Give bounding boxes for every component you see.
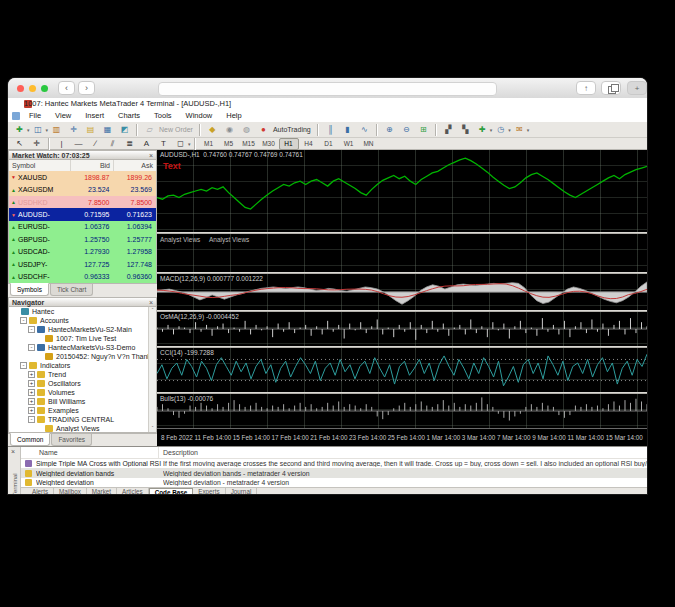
market-watch-row[interactable]: ▲USDCHF-0.963330.96360 [9, 271, 156, 283]
forward-button[interactable]: › [78, 81, 95, 95]
market-watch-icon[interactable]: ▥ [49, 123, 64, 137]
menu-view[interactable]: View [48, 110, 78, 122]
osma-subwindow[interactable]: OsMA(12,26,9) -0.0004452 [157, 312, 647, 346]
menu-tools[interactable]: Tools [147, 110, 179, 122]
tree-item[interactable]: -TRADING CENTRAL [9, 415, 156, 424]
crosshair-tool-icon[interactable]: ✛ [29, 137, 44, 151]
market-watch-row[interactable]: ▼AUDUSD-0.715950.71623 [9, 208, 156, 220]
menu-help[interactable]: Help [219, 110, 248, 122]
bar-chart-mode-icon[interactable]: ║ [323, 123, 338, 137]
timeframe-m1[interactable]: M1 [199, 138, 219, 150]
column-name[interactable]: Name [21, 447, 159, 458]
metaeditor-icon[interactable]: ◆ [205, 123, 220, 137]
terminal-row[interactable]: Weighted deviationWeighted deviation - m… [21, 478, 647, 487]
timeframe-h1[interactable]: H1 [279, 138, 299, 150]
address-bar[interactable] [158, 82, 497, 96]
collapse-icon[interactable]: - [28, 416, 35, 423]
templates-list-icon[interactable]: ✉ [512, 123, 527, 137]
market-watch-row[interactable]: ▲USDHKD7.85007.8500 [9, 196, 156, 208]
cursor-tool-icon[interactable]: ↖ [12, 137, 27, 151]
channel-tool-icon[interactable]: ⫽ [105, 137, 120, 151]
expand-icon[interactable]: + [28, 371, 35, 378]
indicators-list-icon[interactable]: ✚ [475, 123, 490, 137]
timeframe-m30[interactable]: M30 [259, 138, 279, 150]
timeframe-mn[interactable]: MN [359, 138, 379, 150]
navigator-scrollbar[interactable]: ˆ ˇ [148, 307, 156, 432]
periods-list-dropdown-icon[interactable]: ▾ [508, 127, 511, 133]
market-watch-row[interactable]: ▲XAGUSDM23.52423.569 [9, 183, 156, 195]
autotrading-icon[interactable]: ● [256, 123, 271, 137]
fullscreen-window-button[interactable] [41, 85, 48, 92]
strategy-tester-icon[interactable]: ◩ [117, 123, 132, 137]
close-window-button[interactable] [17, 85, 24, 92]
tree-item[interactable]: Analyst Views [9, 424, 156, 433]
terminal-tab-market[interactable]: Market [87, 488, 117, 494]
new-chart-dropdown-icon[interactable]: ▾ [27, 127, 30, 133]
menu-charts[interactable]: Charts [111, 110, 147, 122]
market-watch-tab-tick-chart[interactable]: Tick Chart [50, 284, 93, 296]
tree-item[interactable]: 1007: Tim Live Test [9, 334, 156, 343]
shapes-tool-icon[interactable]: ◻ [173, 137, 188, 151]
navigator-tab-favorites[interactable]: Favorites [51, 434, 92, 446]
scroll-up-icon[interactable]: ˆ [149, 307, 156, 314]
new-chart-icon[interactable]: ✚ [12, 123, 27, 137]
fibonacci-tool-icon[interactable]: ≣ [122, 137, 137, 151]
autotrading-label[interactable]: AutoTrading [273, 126, 311, 133]
column-description[interactable]: Description [159, 447, 647, 458]
terminal-row[interactable]: Weighted deviation bandsWeighted deviati… [21, 468, 647, 477]
trendline-tool-icon[interactable]: ∕ [88, 137, 103, 151]
navigator-icon[interactable]: ▤ [83, 123, 98, 137]
market-watch-row[interactable]: ▲EURUSD-1.063761.06394 [9, 221, 156, 233]
timeframe-m15[interactable]: M15 [239, 138, 259, 150]
text-label-tool-icon[interactable]: T [156, 137, 171, 151]
menu-insert[interactable]: Insert [78, 110, 111, 122]
price-chart[interactable]: AUDUSD-,H1 0.74760 0.74767 0.74769 0.747… [157, 150, 647, 232]
collapse-icon[interactable]: - [20, 317, 27, 324]
line-chart-mode-icon[interactable]: ∿ [357, 123, 372, 137]
market-watch-row[interactable]: ▼XAUUSD1898.871899.26 [9, 171, 156, 183]
time-axis[interactable]: 8 Feb 202211 Feb 14:0015 Feb 14:0017 Feb… [157, 428, 647, 446]
share-icon[interactable]: ↑ [576, 81, 596, 95]
macd-subwindow[interactable]: MACD(12,26,9) 0.000777 0.001222 [157, 274, 647, 310]
zoom-out-icon[interactable]: ⊖ [399, 123, 414, 137]
expand-icon[interactable]: + [28, 389, 35, 396]
timeframe-w1[interactable]: W1 [339, 138, 359, 150]
timeframe-h4[interactable]: H4 [299, 138, 319, 150]
tree-item[interactable]: +Examples [9, 406, 156, 415]
periods-list-icon[interactable]: ◷ [493, 123, 508, 137]
market-watch-row[interactable]: ▲USDJPY-127.725127.748 [9, 258, 156, 270]
menu-file[interactable]: File [22, 110, 48, 122]
expand-icon[interactable]: + [28, 380, 35, 387]
new-tab-button[interactable]: + [627, 81, 647, 95]
cci-subwindow[interactable]: CCI(14) -199.7288 [157, 348, 647, 392]
tree-item[interactable]: Hantec [9, 307, 156, 316]
profiles-icon[interactable]: ◫ [31, 123, 46, 137]
collapse-icon[interactable]: - [20, 362, 27, 369]
scroll-down-icon[interactable]: ˇ [149, 425, 156, 432]
indicators-list-dropdown-icon[interactable]: ▾ [490, 127, 493, 133]
menu-window[interactable]: Window [179, 110, 220, 122]
expert-advisors-icon[interactable]: ◉ [222, 123, 237, 137]
back-button[interactable]: ‹ [58, 81, 75, 95]
candlestick-mode-icon[interactable]: ▮ [340, 123, 355, 137]
tree-item[interactable]: -Accounts [9, 316, 156, 325]
minimize-window-button[interactable] [29, 85, 36, 92]
tree-item[interactable]: +Oscillators [9, 379, 156, 388]
tree-item[interactable]: -HantecMarketsVu-S2-Main [9, 325, 156, 334]
timeframe-d1[interactable]: D1 [319, 138, 339, 150]
new-order-label[interactable]: New Order [159, 126, 193, 133]
tree-item[interactable]: +Volumes [9, 388, 156, 397]
terminal-tab-alerts[interactable]: Alerts [27, 488, 54, 494]
tree-item[interactable]: 20150452: Nguy?n V?n Thanh [9, 352, 156, 361]
tree-item[interactable]: -Indicators [9, 361, 156, 370]
bulls-subwindow[interactable]: Bulls(13) -0.00076 [157, 394, 647, 428]
terminal-icon[interactable]: ▦ [100, 123, 115, 137]
new-order-icon[interactable]: ▱ [142, 123, 157, 137]
tree-item[interactable]: +Trend [9, 370, 156, 379]
navigator-tab-common[interactable]: Common [10, 433, 50, 446]
text-tool-icon[interactable]: A [139, 137, 154, 151]
templates-list-dropdown-icon[interactable]: ▾ [527, 127, 530, 133]
vertical-line-tool-icon[interactable]: | [54, 137, 69, 151]
timeframe-m5[interactable]: M5 [219, 138, 239, 150]
analyst-views-subwindow[interactable]: Analyst Views Analyst Views [157, 234, 647, 272]
